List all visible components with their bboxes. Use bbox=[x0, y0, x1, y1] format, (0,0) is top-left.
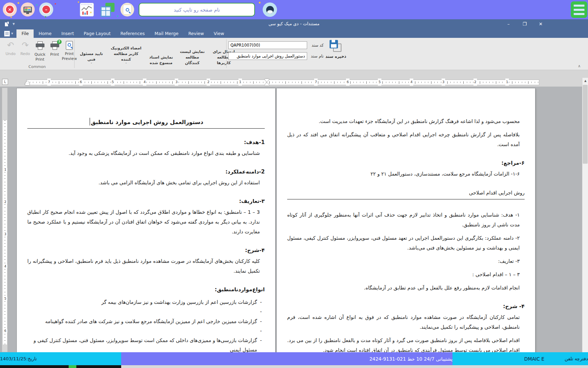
ribbon-separator bbox=[74, 39, 75, 68]
tab-view[interactable]: View bbox=[209, 29, 229, 38]
ribbon-group-label: Common bbox=[0, 64, 74, 69]
tab-references[interactable]: References bbox=[116, 29, 150, 38]
indent-marker-right-bottom[interactable] bbox=[264, 82, 269, 86]
maximize-button[interactable]: ❐ bbox=[519, 21, 530, 28]
document-page-2[interactable]: محسوب می‌شود و لذا اشاعه فرهنگ گزارش نام… bbox=[277, 88, 535, 352]
confetti-dot bbox=[11, 16, 12, 18]
tab-page-layout[interactable]: Page Layout bbox=[79, 29, 116, 38]
tab-review[interactable]: Review bbox=[184, 29, 209, 38]
ribbon-fa-button-2[interactable]: نمایش اسناد منسوخ شده bbox=[146, 38, 177, 70]
ribbon: ↶ Undo ↷ Redo Quick Print ? Print Print … bbox=[0, 38, 588, 70]
phonebook-button[interactable]: دفترچه تلفن bbox=[565, 356, 588, 361]
minimize-circle-button[interactable]: – bbox=[39, 2, 53, 16]
confetti-dot bbox=[55, 3, 56, 5]
doc-paragraph: 3 – 1 – نامنطبق: به انواع خطاها و مواردی… bbox=[27, 207, 265, 237]
print-preview-button[interactable]: Print Preview bbox=[62, 41, 77, 61]
ruler-number: 6 bbox=[79, 79, 83, 86]
ruler-number: 4 bbox=[410, 79, 413, 86]
doc-code-label: کد سند bbox=[309, 43, 324, 48]
scroll-up-icon[interactable]: ▲ bbox=[582, 78, 588, 84]
ribbon-fa-button-1[interactable]: امضاء الکترونیک کاربر مطالعه کننده˅ bbox=[106, 38, 146, 70]
tab-mail-merge[interactable]: Mail Merge bbox=[150, 29, 183, 38]
ruler-number: 3 bbox=[442, 79, 445, 86]
document-list-icon[interactable] bbox=[4, 31, 10, 36]
taskbar-app-icon bbox=[69, 365, 76, 368]
redo-button[interactable]: ↷ Redo bbox=[18, 41, 33, 56]
ruler-number: 6 bbox=[3, 329, 7, 333]
ruler-number: 4 bbox=[3, 265, 7, 268]
save-document-button[interactable]: ذخیره سند bbox=[325, 40, 347, 59]
eye-icon bbox=[266, 6, 274, 14]
ribbon-fa-button-label: امضاء الکترونیک کاربر مطالعه کننده bbox=[109, 46, 144, 62]
doc-paragraph: محسوب می‌شود و لذا اشاعه فرهنگ گزارش نام… bbox=[287, 116, 525, 126]
ribbon-tabrow: ▼ FileHomeInsertPage LayoutReferencesMai… bbox=[0, 29, 588, 38]
scrollbar-thumb[interactable] bbox=[583, 85, 588, 164]
ruler-number: 7 bbox=[47, 79, 51, 86]
ribbon-separator bbox=[226, 39, 227, 68]
doc-paragraph: تمامی کارکنان آزمایشگاه در صورت مشاهده م… bbox=[287, 312, 525, 332]
brand-label: DMAIC E bbox=[524, 356, 545, 362]
doc-heading: ۴- شرح: bbox=[287, 303, 525, 309]
minimize-button[interactable]: – bbox=[503, 21, 514, 28]
ruler-number: 2 bbox=[473, 79, 477, 86]
confetti-dot bbox=[45, 16, 46, 18]
document-page-1[interactable]: دستورالعمل روش اجرایی موارد نامنطبق1-هدف… bbox=[17, 88, 275, 352]
close-circle-button[interactable]: ✕ bbox=[3, 2, 17, 16]
printer-help-icon: ? bbox=[50, 41, 60, 50]
doc-paragraph: ۱- هدف: شناسایی موارد نامنطبق و اتخاذ تد… bbox=[287, 210, 525, 230]
tab-selector[interactable]: L bbox=[2, 79, 8, 85]
document-fields: کد سند نام سند bbox=[228, 41, 324, 63]
ribbon-fa-button-0[interactable]: تایید مسئول فنی˅ bbox=[76, 38, 106, 70]
ruler-strip bbox=[26, 80, 539, 85]
quick-print-button[interactable]: Quick Print bbox=[32, 41, 48, 62]
ruler-number: 5 bbox=[111, 79, 115, 86]
vertical-scrollbar[interactable]: ▲ bbox=[582, 78, 588, 352]
ruler-number: 1 bbox=[238, 79, 242, 86]
doc-code-input[interactable] bbox=[228, 41, 307, 49]
confetti-dot bbox=[18, 2, 19, 4]
app-window: ✕ – ★ bbox=[0, 0, 588, 368]
horizontal-ruler: L bbox=[0, 78, 582, 87]
ruler-number: 3 bbox=[3, 232, 7, 236]
doc-name-label: نام سند bbox=[309, 54, 324, 59]
svg-text:★: ★ bbox=[90, 11, 92, 14]
view-toggle-button[interactable] bbox=[263, 2, 277, 17]
indent-marker-left[interactable] bbox=[25, 81, 29, 83]
indent-marker-right-top[interactable] bbox=[264, 79, 269, 82]
save-icon bbox=[330, 40, 342, 53]
ruler-number: 2 bbox=[207, 79, 210, 86]
ribbon-fa-button-3[interactable]: نمایش لیست مطالعه کنندگان bbox=[177, 38, 208, 70]
doc-bullet: -گزارشات بازرسی‌ها و ممیزی‌های داخلی که … bbox=[27, 336, 265, 352]
doc-bullet: - bbox=[27, 326, 265, 336]
monitor-icon bbox=[23, 7, 32, 13]
status-bar: تاریخ:1403/11/25 پشتیبانی 24/7 10 خط 021… bbox=[0, 352, 588, 365]
hamburger-menu-button[interactable] bbox=[571, 1, 587, 18]
tab-file[interactable]: File bbox=[16, 29, 34, 38]
window-title: مستندات - دی میک کیو سی bbox=[0, 21, 588, 26]
page-search-input[interactable] bbox=[139, 3, 255, 16]
collapse-ribbon-button[interactable]: ∧ bbox=[578, 64, 581, 68]
table-widget-button[interactable] bbox=[101, 3, 115, 17]
confetti-dot bbox=[259, 2, 261, 4]
status-support: پشتیبانی 24/7 10 خط 021-9131-2424 bbox=[121, 352, 452, 365]
confetti-dot bbox=[36, 4, 37, 6]
doc-paragraph: شناسایی و طبقه بندی انواع موارد نامنطبقی… bbox=[27, 148, 265, 158]
chevron-down-icon: ˅ bbox=[125, 63, 127, 66]
chart-widget-button[interactable]: ★ bbox=[80, 3, 94, 16]
ruler-number: 4 bbox=[143, 79, 146, 86]
tab-home[interactable]: Home bbox=[34, 29, 56, 38]
doc-paragraph: ۳- تعاریف: bbox=[287, 256, 525, 266]
search-widget-button[interactable] bbox=[120, 3, 134, 16]
print-button[interactable]: ? Print bbox=[47, 41, 62, 57]
chevron-down-icon[interactable]: ▼ bbox=[11, 32, 13, 35]
ruler-number: 1 bbox=[3, 168, 7, 171]
doc-name-input[interactable] bbox=[228, 52, 307, 60]
undo-button[interactable]: ↶ Undo bbox=[3, 41, 18, 56]
close-button[interactable]: ✕ bbox=[535, 21, 546, 28]
doc-heading: ۶-مراجع: bbox=[287, 160, 525, 166]
text-cursor bbox=[90, 118, 90, 125]
screen-share-button[interactable] bbox=[21, 2, 35, 16]
chevron-down-icon: ˅ bbox=[91, 63, 92, 66]
tab-insert[interactable]: Insert bbox=[56, 29, 79, 38]
ruler-number: 5 bbox=[378, 79, 381, 86]
